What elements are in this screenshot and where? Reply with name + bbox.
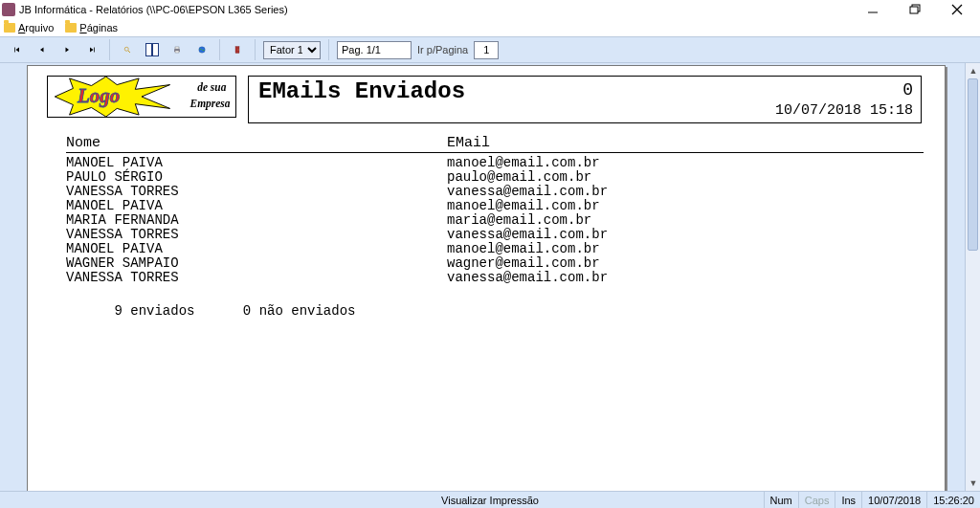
goto-page-input[interactable] [474, 41, 499, 59]
cell-email: manoel@email.com.br [447, 199, 924, 213]
svg-line-12 [128, 51, 130, 53]
zoom-button[interactable] [118, 40, 137, 59]
summary-notsent: 0 não enviados [243, 303, 356, 319]
column-headers: Nome EMail [66, 135, 924, 153]
report-title: EMails Enviados [258, 78, 465, 104]
first-page-button[interactable] [8, 40, 27, 59]
cell-email: maria@email.com.br [447, 213, 924, 228]
facing-pages-button[interactable] [143, 40, 162, 59]
cell-nome: MANOEL PAIVA [66, 242, 447, 256]
cell-nome: VANESSA TORRES [66, 228, 447, 242]
close-icon [949, 2, 965, 17]
minimize-button[interactable] [852, 0, 894, 19]
menu-arquivo[interactable]: Arquivo [4, 22, 54, 33]
status-num: Num [764, 492, 798, 508]
menubar: Arquivo Páginas [0, 19, 980, 36]
cell-email: wagner@email.com.br [447, 256, 924, 271]
report-count: 0 [902, 80, 913, 99]
statusbar: Visualizar Impressão Num Caps Ins 10/07/… [0, 491, 980, 508]
cell-nome: MANOEL PAIVA [66, 156, 447, 170]
last-page-button[interactable] [82, 40, 101, 59]
table-row: MANOEL PAIVAmanoel@email.com.br [66, 156, 924, 170]
menu-arquivo-label: Arquivo [18, 22, 54, 33]
status-ins: Ins [835, 492, 861, 508]
goto-page-label: Ir p/Pagina [417, 44, 468, 55]
table-row: VANESSA TORRESvanessa@email.com.br [66, 185, 924, 199]
cell-nome: PAULO SÉRGIO [66, 170, 447, 185]
svg-point-11 [124, 47, 128, 51]
table-row: VANESSA TORRESvanessa@email.com.br [66, 271, 924, 285]
svg-rect-14 [175, 47, 179, 49]
svg-marker-7 [40, 48, 44, 53]
restore-icon [907, 2, 923, 17]
logo-sub1: de sua [197, 81, 226, 93]
vertical-scrollbar[interactable]: ▲ ▼ [965, 63, 980, 491]
book-icon [145, 43, 159, 56]
web-button[interactable] [192, 40, 212, 59]
zoom-factor-select[interactable]: Fator 1 [263, 41, 321, 59]
last-page-icon [88, 42, 96, 57]
separator [109, 39, 110, 60]
menu-paginas-label: Páginas [79, 22, 118, 33]
toolbar: Fator 1 Ir p/Pagina [0, 36, 980, 63]
status-right: Num Caps Ins 10/07/2018 15:26:20 [764, 492, 981, 508]
separator [328, 39, 329, 60]
table-row: WAGNER SAMPAIOwagner@email.com.br [66, 256, 924, 271]
status-caps: Caps [798, 492, 835, 508]
maximize-button[interactable] [894, 0, 936, 19]
minimize-icon [865, 2, 880, 17]
first-page-icon [13, 42, 21, 57]
logo-sub2: Empresa [189, 98, 231, 110]
scrollbar-thumb[interactable] [968, 78, 978, 251]
content-area: Logo de sua Empresa EMails Enviados 0 10… [0, 63, 980, 491]
cell-nome: VANESSA TORRES [66, 271, 447, 285]
column-header-email: EMail [447, 135, 924, 151]
svg-point-20 [238, 50, 239, 51]
report-page: Logo de sua Empresa EMails Enviados 0 10… [27, 65, 946, 491]
magnifier-icon [123, 42, 131, 57]
page-indicator[interactable] [337, 41, 412, 59]
svg-rect-2 [910, 7, 918, 13]
printer-icon [173, 42, 181, 57]
folder-icon [65, 23, 77, 33]
scroll-down-icon: ▼ [966, 475, 980, 491]
cell-nome: WAGNER SAMPAIO [66, 256, 447, 271]
folder-icon [4, 23, 15, 33]
cell-email: vanessa@email.com.br [447, 228, 924, 242]
svg-marker-9 [90, 48, 94, 53]
prev-page-button[interactable] [33, 40, 52, 59]
cell-email: vanessa@email.com.br [447, 185, 924, 199]
scroll-up-icon: ▲ [966, 63, 980, 78]
status-center-text: Visualizar Impressão [441, 495, 539, 506]
report-summary: 9 enviados 0 não enviados [66, 288, 355, 334]
prev-page-icon [38, 42, 46, 57]
door-icon [234, 42, 241, 57]
logo-box: Logo de sua Empresa [47, 76, 236, 118]
cell-nome: VANESSA TORRES [66, 185, 447, 199]
separator [219, 39, 220, 60]
next-page-icon [63, 42, 71, 57]
next-page-button[interactable] [57, 40, 77, 59]
summary-sent: 9 enviados [114, 303, 194, 319]
separator [255, 39, 256, 60]
cell-email: manoel@email.com.br [447, 156, 924, 170]
status-date: 10/07/2018 [861, 492, 926, 508]
table-row: VANESSA TORRESvanessa@email.com.br [66, 228, 924, 242]
column-header-nome: Nome [66, 135, 447, 151]
status-time: 15:26:20 [926, 492, 980, 508]
menu-paginas[interactable]: Páginas [65, 22, 118, 33]
print-button[interactable] [167, 40, 187, 59]
logo-starburst-icon: Logo de sua Empresa [48, 77, 235, 117]
globe-icon [198, 42, 206, 57]
table-row: PAULO SÉRGIOpaulo@email.com.br [66, 170, 924, 185]
table-row: MANOEL PAIVAmanoel@email.com.br [66, 199, 924, 213]
app-icon [2, 3, 15, 16]
exit-button[interactable] [228, 40, 247, 59]
logo-text: Logo [77, 84, 120, 107]
window-title: JB Informática - Relatórios (\\PC-06\EPS… [19, 4, 852, 15]
report-timestamp: 10/07/2018 15:18 [775, 102, 913, 119]
close-button[interactable] [936, 0, 978, 19]
cell-email: manoel@email.com.br [447, 242, 924, 256]
data-rows: MANOEL PAIVAmanoel@email.com.brPAULO SÉR… [66, 156, 924, 285]
table-row: MANOEL PAIVAmanoel@email.com.br [66, 242, 924, 256]
